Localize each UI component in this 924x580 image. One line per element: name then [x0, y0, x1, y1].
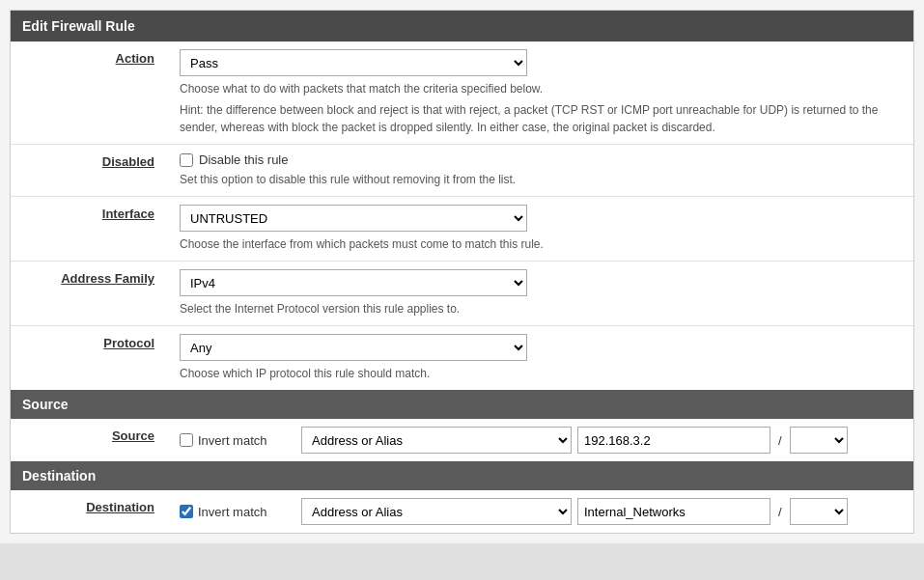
destination-label: Destination — [86, 500, 154, 514]
destination-addr-row: Invert match Address or Alias Any LAN ne… — [180, 498, 904, 525]
source-slash: / — [776, 433, 784, 448]
address-family-label-cell: Address Family — [11, 262, 170, 326]
action-value-cell: Pass Block Reject Choose what to do with… — [170, 41, 913, 145]
address-family-hint: Select the Internet Protocol version thi… — [180, 300, 904, 318]
source-value-cell: Invert match Address or Alias Any LAN ne… — [170, 419, 913, 461]
protocol-label: Protocol — [103, 336, 154, 350]
destination-row: Destination Invert match Address or Alia… — [11, 490, 913, 533]
interface-row: Interface UNTRUSTED LAN WAN Choose the i… — [11, 197, 913, 262]
disabled-row: Disabled Disable this rule Set this opti… — [11, 145, 913, 197]
main-form-table: Action Pass Block Reject Choose what to … — [11, 41, 913, 390]
source-label: Source — [112, 428, 154, 443]
source-mask-select[interactable]: 8 16 24 32 — [790, 427, 848, 454]
interface-value-cell: UNTRUSTED LAN WAN Choose the interface f… — [170, 197, 913, 262]
protocol-label-cell: Protocol — [11, 326, 170, 391]
interface-label: Interface — [102, 207, 154, 221]
disabled-checkbox-label: Disable this rule — [199, 152, 289, 167]
protocol-row: Protocol Any TCP UDP ICMP Choose which I… — [11, 326, 913, 391]
action-label-cell: Action — [11, 41, 170, 145]
protocol-select[interactable]: Any TCP UDP ICMP — [180, 334, 527, 361]
destination-value-cell: Invert match Address or Alias Any LAN ne… — [170, 490, 913, 533]
action-hint2: Hint: the difference between block and r… — [180, 101, 904, 136]
address-family-row: Address Family IPv4 IPv6 IPv4+IPv6 Selec… — [11, 262, 913, 326]
action-label: Action — [116, 51, 154, 66]
destination-slash: / — [776, 505, 784, 519]
action-row: Action Pass Block Reject Choose what to … — [11, 41, 913, 145]
destination-label-cell: Destination — [11, 490, 170, 533]
destination-form-table: Destination Invert match Address or Alia… — [11, 490, 913, 533]
source-section-heading: Source — [11, 390, 913, 419]
disabled-checkbox[interactable] — [180, 153, 193, 167]
destination-invert-label: Invert match — [180, 505, 295, 519]
firewall-rule-panel: Edit Firewall Rule Action Pass Block Rej… — [10, 10, 914, 534]
protocol-hint: Choose which IP protocol this rule shoul… — [180, 365, 904, 382]
disabled-label-cell: Disabled — [11, 145, 170, 197]
panel-title: Edit Firewall Rule — [11, 11, 913, 41]
destination-mask-select[interactable]: 8 16 24 32 — [790, 498, 848, 525]
destination-invert-checkbox[interactable] — [180, 505, 193, 518]
address-family-label: Address Family — [61, 271, 154, 286]
action-select[interactable]: Pass Block Reject — [180, 49, 527, 76]
source-address-input[interactable] — [577, 427, 770, 454]
page-wrapper: Edit Firewall Rule Action Pass Block Rej… — [0, 0, 924, 543]
address-family-select[interactable]: IPv4 IPv6 IPv4+IPv6 — [180, 269, 527, 296]
disabled-label: Disabled — [102, 154, 154, 169]
source-label-cell: Source — [11, 419, 170, 461]
action-hint1: Choose what to do with packets that matc… — [180, 80, 904, 97]
address-family-value-cell: IPv4 IPv6 IPv4+IPv6 Select the Internet … — [170, 262, 913, 326]
disabled-value-cell: Disable this rule Set this option to dis… — [170, 145, 913, 197]
disabled-hint: Set this option to disable this rule wit… — [180, 171, 904, 188]
source-form-table: Source Invert match Address or Alias Any… — [11, 419, 913, 461]
interface-hint: Choose the interface from which packets … — [180, 235, 904, 253]
destination-type-select[interactable]: Address or Alias Any LAN net WAN net — [301, 498, 572, 525]
source-row: Source Invert match Address or Alias Any… — [11, 419, 913, 461]
protocol-value-cell: Any TCP UDP ICMP Choose which IP protoco… — [170, 326, 913, 391]
interface-select[interactable]: UNTRUSTED LAN WAN — [180, 205, 527, 232]
source-invert-checkbox[interactable] — [180, 433, 193, 447]
interface-label-cell: Interface — [11, 197, 170, 262]
disabled-checkbox-row: Disable this rule — [180, 152, 904, 167]
source-invert-label: Invert match — [180, 433, 295, 448]
destination-address-input[interactable] — [577, 498, 770, 525]
source-addr-row: Invert match Address or Alias Any LAN ne… — [180, 427, 904, 454]
source-type-select[interactable]: Address or Alias Any LAN net WAN net — [301, 427, 572, 454]
destination-section-heading: Destination — [11, 461, 913, 490]
